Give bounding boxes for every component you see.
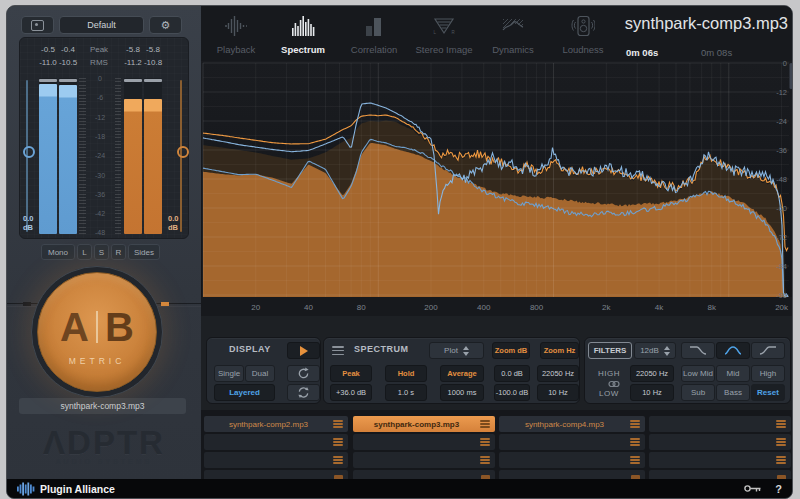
settings-button[interactable]: ⚙ (149, 16, 182, 34)
band-high-button[interactable]: High (751, 365, 785, 382)
plugin-alliance-label[interactable]: Plugin Alliance (40, 483, 115, 495)
ab-knob[interactable]: A B METRIC (31, 266, 163, 398)
drag-handle-icon[interactable] (776, 438, 786, 446)
peak-label: Peak (90, 45, 108, 54)
adptr-logo-sub: AUDIO SYSTEMS (7, 458, 201, 465)
plugin-window: Default ⚙ -0.5 -0.4 Peak -5.8 -5.8 -11.0… (6, 5, 793, 499)
drag-handle-icon[interactable] (630, 456, 640, 464)
b-gain-readout: 0.0dB (168, 214, 178, 232)
scale-12: -12 (95, 114, 105, 121)
drag-handle-icon[interactable] (480, 456, 490, 464)
license-key-icon[interactable] (744, 484, 762, 493)
playlist-slot-empty[interactable] (499, 452, 645, 468)
current-file-display[interactable]: synthpark-comp3.mp3 (19, 398, 186, 414)
freq-min-field[interactable]: 10 Hz (537, 384, 579, 401)
tab-stereo-image[interactable]: L R Stereo Image (412, 14, 476, 60)
zoom-db-button[interactable]: Zoom dB (492, 342, 530, 359)
playlist-slot-empty[interactable] (649, 434, 791, 450)
svg-text:-96: -96 (776, 291, 787, 300)
drag-handle-icon[interactable] (776, 420, 786, 428)
channel-mono-button[interactable]: Mono (41, 244, 75, 260)
band-bass-button[interactable]: Bass (716, 384, 750, 401)
help-button[interactable]: ? (775, 483, 782, 495)
filter-slope-select[interactable]: 12dB (634, 342, 676, 359)
range-bottom-field[interactable]: -100.0 dB (494, 384, 530, 401)
display-layered-button[interactable]: Layered (214, 384, 275, 401)
drag-handle-icon[interactable] (480, 420, 490, 428)
svg-text:-48: -48 (776, 175, 787, 184)
channel-solo-button[interactable]: S (94, 244, 109, 260)
hold-button[interactable]: Hold (385, 365, 427, 382)
filters-button[interactable]: FILTERS (588, 342, 632, 359)
avg-time-field[interactable]: 1000 ms (440, 384, 484, 401)
loop-button[interactable] (287, 365, 320, 382)
a-gain-slider-handle[interactable] (23, 146, 35, 158)
tab-playback[interactable]: Playback (204, 14, 268, 60)
svg-text:-84: -84 (776, 262, 787, 271)
display-section: DISPLAY Single Dual Layered (206, 337, 321, 404)
display-single-button[interactable]: Single (214, 365, 244, 382)
channel-sides-button[interactable]: Sides (128, 244, 160, 260)
drag-handle-icon[interactable] (333, 456, 343, 464)
playlist-slot-2-selected[interactable]: synthpark-comp3.mp3 (353, 416, 495, 432)
plot-mode-select[interactable]: Plot (429, 342, 484, 359)
playlist-slot-empty[interactable] (353, 434, 495, 450)
zoom-hz-button[interactable]: Zoom Hz (540, 342, 579, 359)
range-top-field[interactable]: 0.0 dB (494, 365, 530, 382)
playback-waveform-icon (224, 14, 248, 38)
playlist: synthpark-comp2.mp3 synthpark-comp3.mp3 … (201, 410, 793, 481)
playlist-slot-empty[interactable] (353, 452, 495, 468)
playlist-slot-empty[interactable] (649, 452, 791, 468)
svg-text:-24: -24 (776, 117, 787, 126)
peak-button[interactable]: Peak (330, 365, 372, 382)
a-meter-bar-right (59, 85, 77, 234)
channel-left-button[interactable]: L (77, 244, 92, 260)
playlist-slot-4[interactable] (649, 416, 791, 432)
tab-dynamics[interactable]: Dynamics (481, 14, 545, 60)
lowpass-filter-button[interactable] (681, 342, 715, 359)
cycle-ab-button[interactable] (287, 384, 320, 401)
preset-selector[interactable]: Default (59, 16, 144, 34)
ab-preset-button[interactable] (21, 16, 54, 34)
playlist-slot-1[interactable]: synthpark-comp2.mp3 (204, 416, 348, 432)
playlist-slot-empty[interactable] (499, 434, 645, 450)
drag-handle-icon[interactable] (776, 456, 786, 464)
playlist-slot-3[interactable]: synthpark-comp4.mp3 (499, 416, 645, 432)
drag-handle-icon[interactable] (333, 438, 343, 446)
band-low-mid-button[interactable]: Low Mid (681, 365, 715, 382)
link-chain-icon[interactable] (608, 379, 620, 389)
freq-max-field[interactable]: 22050 Hz (537, 365, 579, 382)
scale-ticks-right (115, 78, 121, 234)
channel-right-button[interactable]: R (111, 244, 126, 260)
knob-b-label: B (105, 307, 134, 347)
filters-reset-button[interactable]: Reset (751, 384, 785, 401)
low-freq-field[interactable]: 10 Hz (630, 384, 674, 401)
slope-field[interactable]: +36.0 dB (330, 384, 372, 401)
high-freq-field[interactable]: 22050 Hz (630, 365, 674, 382)
b-gain-slider-handle[interactable] (177, 146, 189, 158)
drag-handle-icon[interactable] (333, 420, 343, 428)
highpass-curve-icon (759, 345, 777, 356)
average-button[interactable]: Average (440, 365, 484, 382)
scale-42: -42 (95, 210, 105, 217)
svg-text:800: 800 (530, 303, 544, 312)
drag-handle-icon[interactable] (630, 438, 640, 446)
tab-correlation[interactable]: Correlation (342, 14, 406, 60)
drag-handle-icon[interactable] (480, 438, 490, 446)
spectrum-menu-icon[interactable] (332, 346, 344, 355)
ab-knob-face[interactable]: A B METRIC (37, 272, 157, 392)
spectrum-plot[interactable]: 2040802004008002k4k8k20k0-12-24-36-48-60… (201, 61, 793, 316)
bandpass-filter-button[interactable] (716, 342, 750, 359)
play-button[interactable] (287, 342, 320, 359)
spinner-icon (664, 346, 670, 356)
hold-time-field[interactable]: 1.0 s (385, 384, 427, 401)
playlist-slot-empty[interactable] (204, 452, 348, 468)
band-mid-button[interactable]: Mid (716, 365, 750, 382)
spectrum-bars-icon (291, 14, 315, 38)
playlist-slot-empty[interactable] (204, 434, 348, 450)
highpass-filter-button[interactable] (751, 342, 785, 359)
band-sub-button[interactable]: Sub (681, 384, 715, 401)
drag-handle-icon[interactable] (630, 420, 640, 428)
tab-spectrum[interactable]: Spectrum (271, 14, 335, 60)
display-dual-button[interactable]: Dual (245, 365, 275, 382)
